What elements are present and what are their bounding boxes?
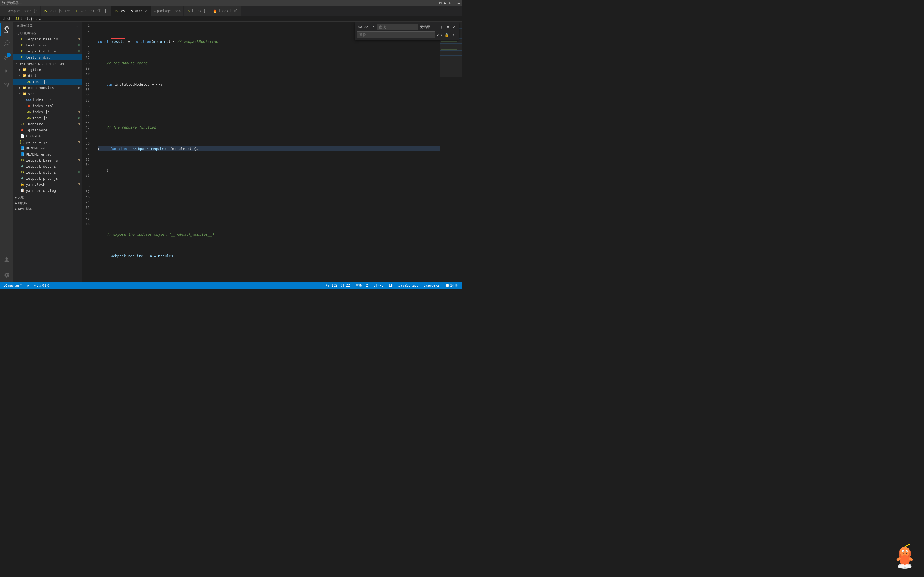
code-editor[interactable]: 1 2 3 4 5 6 27 28 29 30 31 32 33 34 35 3… xyxy=(82,22,462,282)
status-branch[interactable]: ⎇ master* xyxy=(2,282,23,288)
tab-test-js-src[interactable]: JS test.js src xyxy=(41,6,73,16)
replace-match-btn[interactable]: AB xyxy=(436,32,443,38)
tree-yarn-lock[interactable]: 🔒 yarn.lock M xyxy=(13,181,82,187)
tree-test-src[interactable]: JS test.js U xyxy=(13,115,82,121)
breadcrumb-testjs[interactable]: test.js xyxy=(20,17,34,21)
status-language[interactable]: JavaScript xyxy=(397,282,419,288)
npm-scripts-section[interactable]: ▶ NPM 脚本 xyxy=(13,206,82,212)
npm-scripts-arrow: ▶ xyxy=(15,208,17,211)
sidebar-more-icon[interactable]: ⋯ xyxy=(76,23,79,29)
tab-test-js-dist[interactable]: JS test.js dist xyxy=(111,6,151,16)
status-sync[interactable]: ↻ xyxy=(26,282,30,288)
tree-yarn-error-log[interactable]: 📋 yarn-error.log xyxy=(13,187,82,193)
activity-extensions[interactable] xyxy=(0,78,13,91)
tab-index-html[interactable]: 🔥 index.html xyxy=(210,6,241,16)
tree-webpack-base[interactable]: JS webpack.base.js M xyxy=(13,157,82,163)
activity-search[interactable] xyxy=(0,37,13,50)
open-editor-webpack-base[interactable]: JS webpack.base.js M xyxy=(13,36,82,42)
tab-label-webpack-base: webpack.base.js xyxy=(8,9,37,13)
replace-case-btn[interactable]: ↕ xyxy=(451,32,457,38)
outline-section[interactable]: ▶ 大纲 xyxy=(13,195,82,200)
status-encoding[interactable]: UTF-8 xyxy=(372,282,384,288)
project-section[interactable]: ▾ TEST-WEBPACK-OPTIMIZATION xyxy=(13,61,82,66)
tab-bar: JS webpack.base.js JS test.js src JS web… xyxy=(0,6,462,16)
tree-index-html[interactable]: ◼ index.html xyxy=(13,103,82,109)
tab-icon-test-src: JS xyxy=(44,9,47,13)
tab-close-test-dist[interactable] xyxy=(144,9,148,13)
ln-44: 44 xyxy=(82,130,92,135)
run-icon[interactable]: ▶ xyxy=(444,1,446,5)
status-app-name[interactable]: Iceworks xyxy=(423,282,441,288)
tree-babelrc[interactable]: ⬡ .babelrc M xyxy=(13,121,82,127)
ln-65: 65 xyxy=(82,178,92,184)
activity-settings[interactable] xyxy=(0,268,13,281)
find-next-btn[interactable]: ↓ xyxy=(439,24,444,30)
replace-lock-btn[interactable]: 🔒 xyxy=(444,32,450,38)
tree-test-dist[interactable]: JS test.js xyxy=(13,79,82,85)
find-match-case-btn[interactable]: Aa xyxy=(357,24,363,30)
open-editors-tree: JS webpack.base.js M JS test.js src U JS… xyxy=(13,36,82,60)
activity-explorer[interactable] xyxy=(0,23,13,36)
tree-license[interactable]: 📄 LICENSE xyxy=(13,133,82,139)
more-icon[interactable]: ⋯ xyxy=(457,1,460,5)
activity-account[interactable] xyxy=(0,253,13,266)
replace-input[interactable] xyxy=(357,31,435,38)
find-input[interactable] xyxy=(377,24,418,30)
tab-index-js[interactable]: JS index.js xyxy=(184,6,210,16)
tree-package-json[interactable]: { } package.json M xyxy=(13,139,82,145)
open-editors-section[interactable]: ▾ 打开的编辑器 xyxy=(13,30,82,36)
split-editor-icon[interactable]: ⧉ xyxy=(439,1,442,5)
tab-webpack-dll-js[interactable]: JS webpack.dll.js xyxy=(73,6,111,16)
tree-readme[interactable]: 📘 README.md xyxy=(13,145,82,151)
activity-git[interactable]: 1 xyxy=(0,50,13,64)
oe-icon-webpack-dll: JS xyxy=(20,48,25,53)
sidebar-header: 资源管理器 ⋯ xyxy=(13,22,82,30)
tree-dist[interactable]: ▾ 📂 dist xyxy=(13,73,82,79)
timeline-label: 时间线 xyxy=(18,201,27,205)
node-modules-icon: 📁 xyxy=(22,85,27,90)
status-line-info[interactable]: 行 102，列 22 xyxy=(325,282,351,288)
status-errors[interactable]: ⊗ 0 ⚠ 0 ℹ 0 xyxy=(33,282,50,288)
ln-37: 37 xyxy=(82,108,92,114)
find-whole-word-btn[interactable]: Ab xyxy=(364,24,369,30)
test-src-label: test.js xyxy=(32,116,78,120)
title-bar-more-icon[interactable]: ⋯ xyxy=(20,1,22,5)
open-editor-webpack-dll[interactable]: JS webpack.dll.js U xyxy=(13,48,82,54)
open-editor-test-src[interactable]: JS test.js src U xyxy=(13,42,82,48)
tree-gitee[interactable]: ▶ 📁 .gitee xyxy=(13,66,82,73)
tree-webpack-dev[interactable]: ⚙ webpack.dev.js xyxy=(13,163,82,169)
status-time[interactable]: 🕐 1小时 xyxy=(444,282,460,288)
status-line-ending[interactable]: LF xyxy=(388,282,394,288)
oe-icon-webpack-base: JS xyxy=(20,37,25,42)
tree-webpack-prod[interactable]: ⚙ webpack.prod.js xyxy=(13,175,82,181)
tree-index-js[interactable]: JS index.js M xyxy=(13,109,82,115)
app-name-text: Iceworks xyxy=(424,284,440,287)
activity-run[interactable] xyxy=(0,64,13,77)
webpack-base-label: webpack.base.js xyxy=(26,158,78,163)
ln-30: 30 xyxy=(82,71,92,77)
breadcrumb-ellipsis[interactable]: … xyxy=(39,17,41,21)
find-close-btn[interactable]: × xyxy=(452,24,457,30)
layout-icon[interactable]: ▭ xyxy=(453,1,455,5)
find-regex-btn[interactable]: .* xyxy=(370,24,376,30)
breadcrumb-dist[interactable]: dist xyxy=(3,17,11,21)
add-icon[interactable]: + xyxy=(449,1,451,5)
timeline-section[interactable]: ▶ 时间线 xyxy=(13,200,82,206)
status-spaces[interactable]: 空格: 2 xyxy=(354,282,369,288)
tab-webpack-base-js[interactable]: JS webpack.base.js xyxy=(0,6,41,16)
tree-node-modules[interactable]: ▶ 📁 node_modules ● xyxy=(13,85,82,91)
tab-icon-webpack-dll: JS xyxy=(76,9,79,13)
src-folder-icon: 📂 xyxy=(22,91,27,96)
tab-package-json[interactable]: ━ package.json xyxy=(151,6,184,16)
tree-gitignore[interactable]: ● .gitignore xyxy=(13,127,82,133)
tree-webpack-dll[interactable]: JS webpack.dll.js U xyxy=(13,169,82,175)
tree-src[interactable]: ▾ 📂 src xyxy=(13,91,82,97)
find-prev-btn[interactable]: ↑ xyxy=(432,24,438,30)
var-modules: modules xyxy=(153,39,169,45)
ln-33: 33 xyxy=(82,87,92,93)
find-more-btn[interactable]: ≡ xyxy=(446,24,451,30)
tree-index-css[interactable]: CSS index.css xyxy=(13,97,82,103)
open-editor-test-dist[interactable]: JS test.js dist xyxy=(13,54,82,60)
tree-readme-en[interactable]: 📘 README.en.md xyxy=(13,151,82,157)
l6-ellipsis: … xyxy=(196,146,198,152)
